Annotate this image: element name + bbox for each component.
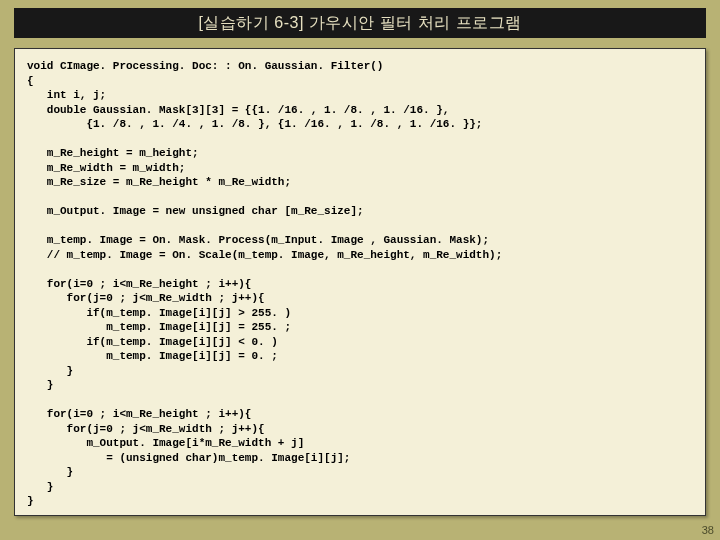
slide: [실습하기 6-3] 가우시안 필터 처리 프로그램 void CImage. … [0, 0, 720, 540]
code-content: void CImage. Processing. Doc: : On. Gaus… [27, 59, 693, 509]
page-number: 38 [702, 524, 714, 536]
title-bar: [실습하기 6-3] 가우시안 필터 처리 프로그램 [14, 8, 706, 38]
code-box: void CImage. Processing. Doc: : On. Gaus… [14, 48, 706, 516]
slide-title: [실습하기 6-3] 가우시안 필터 처리 프로그램 [198, 13, 521, 34]
